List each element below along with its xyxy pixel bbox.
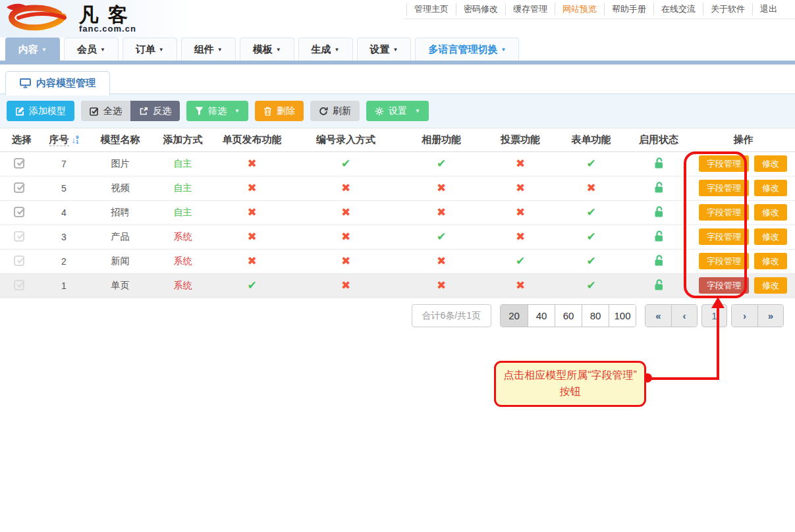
row-seq: 5 (42, 176, 86, 200)
pagination-last-button[interactable]: » (757, 305, 783, 327)
row-seq: 3 (42, 225, 86, 249)
row-model-name: 视频 (86, 176, 155, 200)
chevron-down-icon: ▼ (335, 39, 340, 61)
feature-form-mark: ✔ (586, 206, 595, 219)
row-checkbox-icon[interactable] (13, 156, 26, 169)
feature-vote-mark: ✖ (516, 182, 525, 194)
row-add-method: 系统 (155, 273, 211, 298)
row-seq: 7 (42, 151, 86, 176)
field-manage-button[interactable]: 字段管理 (699, 155, 749, 172)
feature-form-mark: ✖ (586, 182, 595, 194)
unlock-icon[interactable] (653, 181, 665, 194)
models-table: 选择 序号↓91 模型名称 添加方式 单页发布功能 编号录入方式 相册功能 投票… (0, 128, 795, 298)
field-manage-button[interactable]: 字段管理 (699, 253, 749, 269)
field-manage-button[interactable]: 字段管理 (699, 204, 749, 221)
row-model-name: 图片 (86, 151, 155, 176)
top-menu-item-0[interactable]: 管理主页 (406, 3, 456, 15)
column-header: 启用状态 (626, 128, 692, 151)
top-menu-item-5[interactable]: 在线交流 (653, 3, 703, 15)
chevron-down-icon: ▼ (41, 39, 47, 61)
feature-album-mark: ✔ (437, 230, 446, 243)
page-size-group: 20 40 60 80 100 (500, 304, 636, 327)
row-seq: 2 (42, 249, 86, 273)
nav-tab-3[interactable]: 组件▼ (181, 38, 236, 61)
table-row-4: 4 招聘 自主 ✖ ✖ ✖ ✖ ✔ 字段管理修改 (0, 200, 795, 225)
brand-domain: fanc.com.cn (79, 24, 137, 34)
pagination-page-button[interactable]: 1 (701, 304, 727, 327)
row-model-name: 单页 (86, 273, 155, 298)
chevron-down-icon: ▼ (501, 39, 506, 61)
chevron-down-icon: ▼ (217, 39, 223, 61)
delete-button[interactable]: 删除 (255, 101, 304, 121)
edit-button[interactable]: 修改 (754, 204, 787, 221)
page-size-button[interactable]: 60 (555, 305, 582, 327)
column-header: 添加方式 (155, 128, 211, 151)
column-header: 选择 (0, 128, 42, 151)
row-checkbox-icon[interactable] (13, 229, 26, 242)
row-model-name: 产品 (86, 225, 155, 249)
page-size-button[interactable]: 40 (528, 305, 555, 327)
edit-button[interactable]: 修改 (754, 253, 787, 269)
chevron-down-icon: ▼ (100, 39, 105, 61)
field-manage-button[interactable]: 字段管理 (699, 180, 749, 196)
row-checkbox-icon[interactable] (13, 253, 26, 267)
page-size-button[interactable]: 100 (609, 305, 636, 327)
add-model-button[interactable]: 添加模型 (7, 101, 74, 121)
column-header: 编号录入方式 (293, 128, 398, 151)
refresh-button[interactable]: 刷新 (310, 101, 360, 121)
nav-tab-7[interactable]: 多语言管理切换▼ (415, 38, 519, 61)
chevron-down-icon: ▼ (234, 108, 240, 114)
feature-album-mark: ✖ (437, 279, 446, 292)
settings-button[interactable]: 设置▼ (366, 101, 429, 121)
filter-button[interactable]: 筛选▼ (186, 101, 248, 121)
invert-select-button[interactable]: 反选 (130, 101, 180, 121)
edit-button[interactable]: 修改 (754, 228, 787, 245)
nav-tab-0[interactable]: 内容▼ (5, 38, 60, 61)
top-menu-item-1[interactable]: 密码修改 (456, 3, 505, 15)
row-seq: 1 (42, 273, 86, 298)
table-row-1: 1 单页 系统 ✔ ✖ ✖ ✖ ✔ 字段管理修改 (0, 273, 795, 298)
nav-tab-5[interactable]: 生成▼ (298, 38, 353, 61)
brand-logo: 凡客 fanc.com.cn (0, 0, 137, 38)
feature-vote-mark: ✖ (516, 157, 525, 170)
page-tab-row: 内容模型管理 (0, 65, 795, 94)
top-menu-item-6[interactable]: 关于软件 (703, 3, 752, 15)
page-size-button[interactable]: 20 (501, 305, 528, 327)
edit-button[interactable]: 修改 (754, 180, 787, 196)
feature-single-page-mark: ✔ (247, 279, 256, 292)
tab-content-model-management[interactable]: 内容模型管理 (5, 71, 110, 95)
unlock-icon[interactable] (653, 254, 665, 267)
unlock-icon[interactable] (653, 205, 665, 218)
sort-numeric-desc-icon[interactable]: ↓91 (72, 135, 79, 145)
feature-number-entry-mark: ✖ (341, 255, 350, 267)
top-menu-item-2[interactable]: 缓存管理 (505, 3, 555, 15)
pagination: 合计6条/共1页 20 40 60 80 100 « ‹ 1 › » (0, 304, 795, 328)
edit-button[interactable]: 修改 (754, 277, 787, 294)
nav-tab-4[interactable]: 模板▼ (240, 38, 294, 61)
filter-icon (195, 107, 204, 115)
row-checkbox-icon[interactable] (13, 180, 26, 194)
page-size-button[interactable]: 80 (582, 305, 609, 327)
row-checkbox-icon[interactable] (13, 278, 26, 291)
top-menu-item-3[interactable]: 网站预览 (555, 3, 604, 15)
unlock-icon[interactable] (653, 230, 665, 242)
pagination-next-button[interactable]: › (732, 305, 757, 327)
row-checkbox-icon[interactable] (13, 205, 26, 218)
feature-form-mark: ✔ (586, 230, 595, 243)
feature-vote-mark: ✖ (516, 279, 525, 292)
unlock-icon[interactable] (653, 279, 665, 291)
nav-tab-6[interactable]: 设置▼ (357, 38, 412, 61)
nav-tab-2[interactable]: 订单▼ (123, 38, 177, 61)
nav-tab-1[interactable]: 会员▼ (64, 38, 119, 61)
pagination-first-button[interactable]: « (645, 305, 671, 327)
field-manage-button[interactable]: 字段管理 (699, 277, 749, 294)
monitor-icon (20, 78, 31, 88)
select-all-button[interactable]: 全选 (81, 101, 130, 121)
refresh-icon (319, 107, 328, 116)
top-menu-item-7[interactable]: 退出 (752, 3, 784, 15)
unlock-icon[interactable] (653, 157, 665, 169)
edit-button[interactable]: 修改 (754, 155, 787, 172)
field-manage-button[interactable]: 字段管理 (699, 228, 749, 245)
top-menu-item-4[interactable]: 帮助手册 (604, 3, 653, 15)
pagination-prev-button[interactable]: ‹ (671, 305, 697, 327)
